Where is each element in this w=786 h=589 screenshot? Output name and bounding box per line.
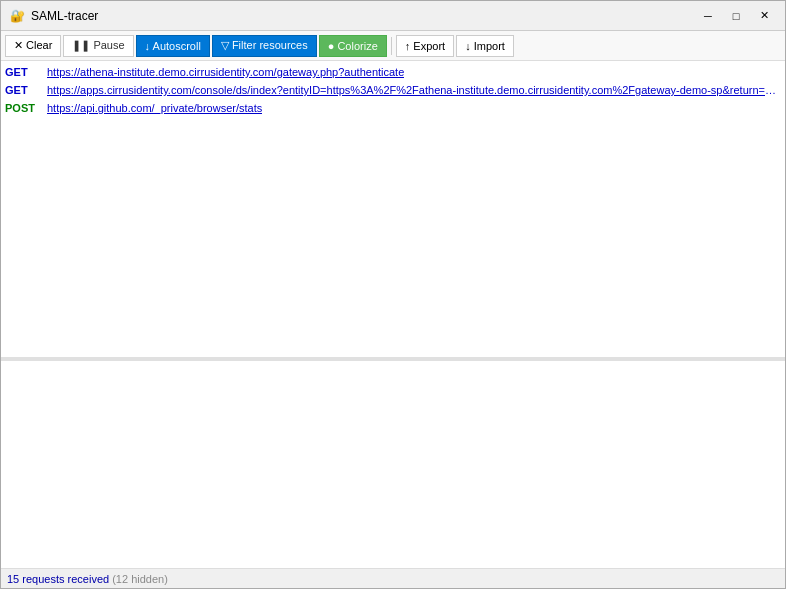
maximize-button[interactable]: □: [723, 6, 749, 26]
request-method: POST: [5, 100, 47, 116]
import-button[interactable]: ↓ Import: [456, 35, 514, 57]
request-url: https://athena-institute.demo.cirrusiden…: [47, 64, 404, 80]
detail-content[interactable]: [1, 361, 785, 568]
request-list-pane: GEThttps://athena-institute.demo.cirrusi…: [1, 61, 785, 361]
export-button[interactable]: ↑ Export: [396, 35, 454, 57]
title-bar: 🔐 SAML-tracer ─ □ ✕: [1, 1, 785, 31]
request-method: GET: [5, 82, 47, 98]
colorize-button[interactable]: ● Colorize: [319, 35, 387, 57]
request-list[interactable]: GEThttps://athena-institute.demo.cirrusi…: [1, 61, 785, 357]
table-row[interactable]: POSThttps://api.github.com/_private/brow…: [1, 99, 785, 117]
status-bar: 15 requests received (12 hidden): [1, 568, 785, 588]
app-icon: 🔐: [9, 8, 25, 24]
request-url: https://api.github.com/_private/browser/…: [47, 100, 262, 116]
hidden-count: (12 hidden): [112, 573, 168, 585]
main-window: 🔐 SAML-tracer ─ □ ✕ ✕ Clear ❚❚ Pause ↓ A…: [0, 0, 786, 589]
toolbar-separator: [391, 37, 392, 55]
requests-count: 15 requests received: [7, 573, 109, 585]
close-button[interactable]: ✕: [751, 6, 777, 26]
table-row[interactable]: GEThttps://athena-institute.demo.cirrusi…: [1, 63, 785, 81]
autoscroll-button[interactable]: ↓ Autoscroll: [136, 35, 210, 57]
minimize-button[interactable]: ─: [695, 6, 721, 26]
clear-button[interactable]: ✕ Clear: [5, 35, 61, 57]
table-row[interactable]: GEThttps://apps.cirrusidentity.com/conso…: [1, 81, 785, 99]
window-controls: ─ □ ✕: [695, 6, 777, 26]
request-method: GET: [5, 64, 47, 80]
filter-resources-button[interactable]: ▽ Filter resources: [212, 35, 317, 57]
request-url: https://apps.cirrusidentity.com/console/…: [47, 82, 781, 98]
toolbar: ✕ Clear ❚❚ Pause ↓ Autoscroll ▽ Filter r…: [1, 31, 785, 61]
window-title: SAML-tracer: [31, 9, 695, 23]
detail-pane: [1, 361, 785, 568]
pause-button[interactable]: ❚❚ Pause: [63, 35, 133, 57]
content-area: GEThttps://athena-institute.demo.cirrusi…: [1, 61, 785, 568]
